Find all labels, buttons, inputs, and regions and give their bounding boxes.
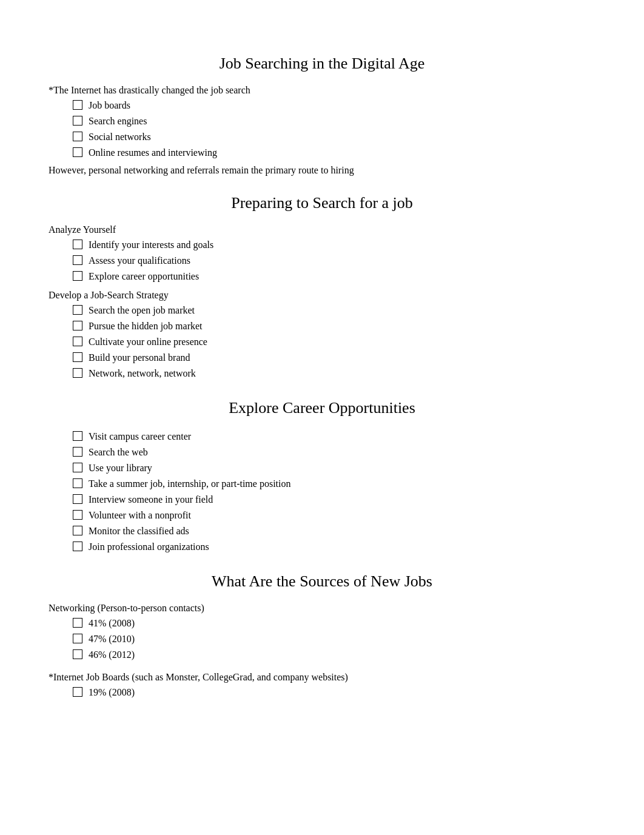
bullet-icon bbox=[73, 116, 82, 126]
bullet-icon bbox=[73, 687, 82, 697]
conclusion-text-digital-age: However, personal networking and referra… bbox=[49, 165, 595, 176]
networking-list: 41% (2008) 47% (2010) 46% (2012) bbox=[49, 616, 595, 662]
bullet-icon bbox=[73, 368, 82, 378]
list-item: Network, network, network bbox=[73, 366, 595, 381]
list-item: Cultivate your online presence bbox=[73, 335, 595, 349]
bullet-icon bbox=[73, 494, 82, 504]
bullet-icon bbox=[73, 463, 82, 472]
bullet-icon bbox=[73, 321, 82, 330]
bullet-icon bbox=[73, 542, 82, 551]
list-item: Social networks bbox=[73, 130, 595, 144]
bullet-icon bbox=[73, 255, 82, 265]
list-item: Online resumes and interviewing bbox=[73, 146, 595, 160]
subsection-label-strategy: Develop a Job-Search Strategy bbox=[49, 290, 595, 301]
analyze-list: Identify your interests and goals Assess… bbox=[49, 238, 595, 284]
section-title-sources: What Are the Sources of New Jobs bbox=[49, 572, 595, 591]
bullet-icon bbox=[73, 240, 82, 249]
section-digital-age: Job Searching in the Digital Age *The In… bbox=[49, 55, 595, 176]
section-title-preparing: Preparing to Search for a job bbox=[49, 194, 595, 212]
list-item: Job boards bbox=[73, 98, 595, 113]
list-item: 47% (2010) bbox=[73, 632, 595, 646]
list-item: Assess your qualifications bbox=[73, 253, 595, 268]
section-explore: Explore Career Opportunities Visit campu… bbox=[49, 399, 595, 554]
list-item: Visit campus career center bbox=[73, 429, 595, 444]
list-item: Explore career opportunities bbox=[73, 269, 595, 284]
bullet-icon bbox=[73, 337, 82, 346]
bullet-icon bbox=[73, 431, 82, 441]
list-item: Search the open job market bbox=[73, 303, 595, 318]
section-title-digital-age: Job Searching in the Digital Age bbox=[49, 55, 595, 73]
list-item: 46% (2012) bbox=[73, 648, 595, 662]
intro-text-digital-age: *The Internet has drastically changed th… bbox=[49, 85, 595, 96]
bullet-icon bbox=[73, 649, 82, 659]
internet-boards-list: 19% (2008) bbox=[49, 685, 595, 700]
list-item: 41% (2008) bbox=[73, 616, 595, 631]
section-title-explore: Explore Career Opportunities bbox=[49, 399, 595, 417]
list-item: Search engines bbox=[73, 114, 595, 129]
list-item: Search the web bbox=[73, 445, 595, 460]
bullet-icon bbox=[73, 305, 82, 315]
bullet-icon bbox=[73, 634, 82, 643]
bullet-icon bbox=[73, 510, 82, 520]
list-item: 19% (2008) bbox=[73, 685, 595, 700]
list-item: Use your library bbox=[73, 461, 595, 475]
bullet-icon bbox=[73, 447, 82, 457]
bullet-icon bbox=[73, 352, 82, 362]
subsection-label-internet-boards: *Internet Job Boards (such as Monster, C… bbox=[49, 672, 595, 683]
list-item: Build your personal brand bbox=[73, 350, 595, 365]
bullet-icon bbox=[73, 132, 82, 141]
list-item: Join professional organizations bbox=[73, 540, 595, 554]
bullet-icon bbox=[73, 271, 82, 281]
bullet-icon bbox=[73, 147, 82, 157]
list-item: Pursue the hidden job market bbox=[73, 319, 595, 334]
section-preparing: Preparing to Search for a job Analyze Yo… bbox=[49, 194, 595, 381]
list-item: Take a summer job, internship, or part-t… bbox=[73, 477, 595, 491]
list-item: Volunteer with a nonprofit bbox=[73, 508, 595, 523]
section-sources: What Are the Sources of New Jobs Network… bbox=[49, 572, 595, 700]
bullet-icon bbox=[73, 478, 82, 488]
digital-age-list: Job boards Search engines Social network… bbox=[49, 98, 595, 160]
bullet-icon bbox=[73, 618, 82, 628]
subsection-label-analyze: Analyze Yourself bbox=[49, 224, 595, 235]
list-item: Interview someone in your field bbox=[73, 492, 595, 507]
bullet-icon bbox=[73, 526, 82, 535]
subsection-label-networking: Networking (Person-to-person contacts) bbox=[49, 603, 595, 614]
list-item: Identify your interests and goals bbox=[73, 238, 595, 252]
list-item: Monitor the classified ads bbox=[73, 524, 595, 538]
explore-list: Visit campus career center Search the we… bbox=[49, 429, 595, 554]
bullet-icon bbox=[73, 100, 82, 110]
strategy-list: Search the open job market Pursue the hi… bbox=[49, 303, 595, 381]
